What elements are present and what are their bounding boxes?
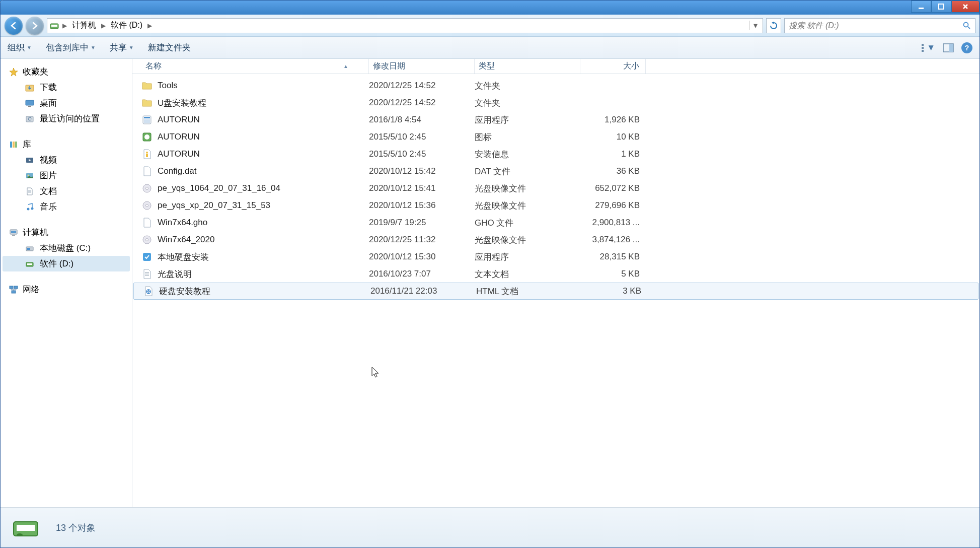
computer-icon xyxy=(9,228,19,238)
file-row[interactable]: pe_yqs_1064_20_07_31_16_042020/10/12 15:… xyxy=(132,180,979,197)
file-type: 光盘映像文件 xyxy=(475,234,580,246)
preview-pane-icon xyxy=(943,43,954,52)
file-name: 本地硬盘安装 xyxy=(158,251,209,263)
file-row[interactable]: AUTORUN2015/5/10 2:45图标10 KB xyxy=(132,128,979,146)
view-menu-button[interactable]: ▼ xyxy=(921,41,935,54)
search-box[interactable] xyxy=(784,18,975,33)
favorites-header[interactable]: 收藏夹 xyxy=(1,64,132,80)
svg-rect-43 xyxy=(146,154,148,157)
file-size: 2,900,813 ... xyxy=(580,218,646,228)
file-name: Win7x64_2020 xyxy=(158,235,214,245)
maximize-button[interactable] xyxy=(931,1,951,13)
new-folder-button[interactable]: 新建文件夹 xyxy=(148,42,191,53)
network-icon xyxy=(9,285,19,295)
back-button[interactable] xyxy=(5,17,23,35)
file-row[interactable]: AUTORUN2015/5/10 2:45安装信息1 KB xyxy=(132,146,979,163)
sidebar-item-desktop[interactable]: 桌面 xyxy=(1,95,132,111)
file-type: 图标 xyxy=(475,131,580,143)
sidebar-item-drive-d[interactable]: 软件 (D:) xyxy=(3,256,130,271)
document-icon xyxy=(25,186,35,196)
breadcrumb-sep-icon: ▶ xyxy=(147,22,152,29)
sidebar-item-drive-c[interactable]: 本地磁盘 (C:) xyxy=(1,240,132,256)
sidebar-item-downloads[interactable]: 下载 xyxy=(1,80,132,95)
sidebar-item-documents[interactable]: 文档 xyxy=(1,183,132,199)
address-bar[interactable]: ▶ 计算机 ▶ 软件 (D:) ▶ ▾ xyxy=(47,18,763,33)
organize-label: 组织 xyxy=(8,42,25,53)
help-button[interactable]: ? xyxy=(961,42,972,53)
picture-icon xyxy=(25,171,35,181)
file-size: 10 KB xyxy=(580,132,646,142)
minimize-icon xyxy=(918,3,925,10)
file-size: 28,315 KB xyxy=(580,252,646,262)
address-dropdown-button[interactable]: ▾ xyxy=(749,21,761,30)
file-date: 2015/5/10 2:45 xyxy=(369,149,475,159)
close-button[interactable] xyxy=(951,1,979,13)
file-type: DAT 文件 xyxy=(475,166,580,177)
search-input[interactable] xyxy=(789,21,963,30)
svg-rect-36 xyxy=(12,291,16,293)
svg-rect-13 xyxy=(949,44,953,52)
file-row[interactable]: 硬盘安装教程2016/11/21 22:03HTML 文档3 KB xyxy=(133,283,978,300)
svg-rect-38 xyxy=(144,117,150,118)
minimize-button[interactable] xyxy=(911,1,931,13)
file-icon xyxy=(141,80,153,91)
svg-rect-1 xyxy=(939,4,944,9)
explorer-window: ▶ 计算机 ▶ 软件 (D:) ▶ ▾ 组织 ▼ 包含到库中 ▼ 共享 ▼ xyxy=(0,0,980,548)
newfolder-label: 新建文件夹 xyxy=(148,42,191,53)
file-row[interactable]: Config.dat2020/10/12 15:42DAT 文件36 KB xyxy=(132,163,979,180)
breadcrumb-drive[interactable]: 软件 (D:) xyxy=(109,19,144,32)
svg-point-25 xyxy=(27,208,30,210)
navigation-bar: ▶ 计算机 ▶ 软件 (D:) ▶ ▾ xyxy=(1,15,979,37)
file-name: AUTORUN xyxy=(158,149,200,159)
forward-arrow-icon xyxy=(30,21,39,30)
file-size: 3,874,126 ... xyxy=(580,235,646,245)
file-row[interactable]: Tools2020/12/25 14:52文件夹 xyxy=(132,77,979,94)
column-size[interactable]: 大小 xyxy=(580,59,646,74)
view-list-icon xyxy=(921,43,925,52)
sidebar-item-recent[interactable]: 最近访问的位置 xyxy=(1,111,132,126)
file-type: 应用程序 xyxy=(475,251,580,263)
video-icon xyxy=(25,155,35,165)
svg-point-4 xyxy=(964,22,968,27)
libraries-header[interactable]: 库 xyxy=(1,136,132,152)
share-menu[interactable]: 共享 ▼ xyxy=(110,42,134,53)
organize-menu[interactable]: 组织 ▼ xyxy=(8,42,32,53)
svg-point-49 xyxy=(146,239,148,241)
file-date: 2016/10/23 7:07 xyxy=(369,269,475,279)
sidebar-item-music[interactable]: 音乐 xyxy=(1,199,132,215)
file-row[interactable]: U盘安装教程2020/12/25 14:52文件夹 xyxy=(132,94,979,111)
column-label: 修改日期 xyxy=(373,61,405,72)
svg-rect-39 xyxy=(144,119,150,123)
help-icon: ? xyxy=(965,44,969,52)
column-label: 大小 xyxy=(623,61,639,72)
sidebar-item-videos[interactable]: 视频 xyxy=(1,152,132,168)
share-label: 共享 xyxy=(110,42,127,53)
computer-header[interactable]: 计算机 xyxy=(1,225,132,240)
forward-button[interactable] xyxy=(26,17,44,35)
sidebar-item-pictures[interactable]: 图片 xyxy=(1,168,132,183)
close-icon xyxy=(962,3,969,10)
preview-pane-button[interactable] xyxy=(941,41,955,54)
network-header[interactable]: 网络 xyxy=(1,282,132,297)
svg-rect-35 xyxy=(14,286,18,289)
column-name[interactable]: 名称 ▲ xyxy=(141,59,369,74)
file-row[interactable]: 光盘说明2016/10/23 7:07文本文档5 KB xyxy=(132,265,979,283)
refresh-icon xyxy=(770,22,778,30)
column-label: 类型 xyxy=(479,61,495,72)
column-type[interactable]: 类型 xyxy=(475,59,580,74)
svg-rect-50 xyxy=(143,253,151,261)
file-row[interactable]: Win7x64.gho2019/9/7 19:25GHO 文件2,900,813… xyxy=(132,214,979,231)
column-date[interactable]: 修改日期 xyxy=(369,59,475,74)
include-in-library-menu[interactable]: 包含到库中 ▼ xyxy=(46,42,96,53)
file-row[interactable]: pe_yqs_xp_20_07_31_15_532020/10/12 15:36… xyxy=(132,197,979,214)
refresh-button[interactable] xyxy=(766,18,781,33)
file-type: 文件夹 xyxy=(475,97,580,109)
chevron-down-icon: ▼ xyxy=(91,45,96,50)
file-row[interactable]: Win7x64_20202020/12/25 11:32光盘映像文件3,874,… xyxy=(132,231,979,248)
breadcrumb-computer[interactable]: 计算机 xyxy=(70,19,98,32)
file-row[interactable]: 本地硬盘安装2020/10/12 15:30应用程序28,315 KB xyxy=(132,248,979,265)
file-icon xyxy=(141,166,153,177)
file-icon xyxy=(141,200,153,211)
svg-rect-3 xyxy=(51,25,57,27)
file-row[interactable]: AUTORUN2016/1/8 4:54应用程序1,926 KB xyxy=(132,111,979,128)
